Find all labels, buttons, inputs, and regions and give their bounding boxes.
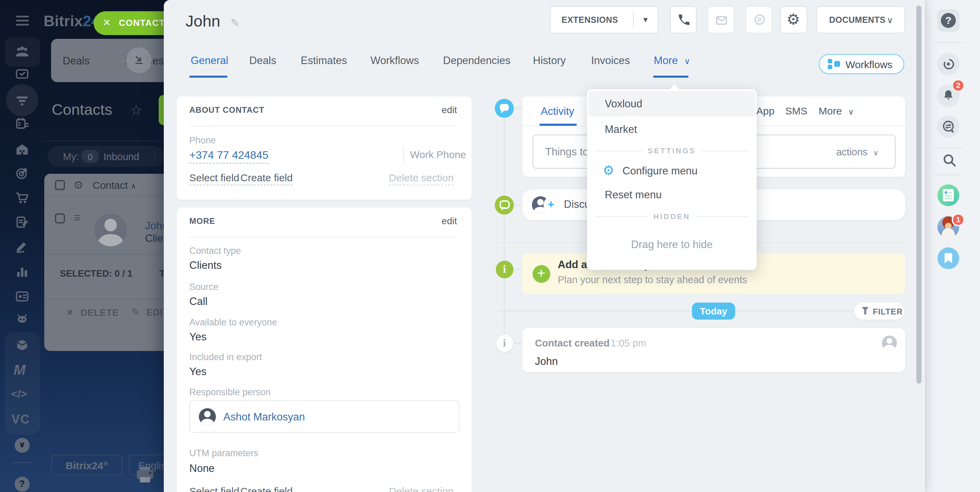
chevron-down-icon: ∨ [873, 149, 878, 157]
search-button[interactable] [942, 153, 957, 168]
timeline-info-icon-green: i [496, 260, 514, 278]
extensions-button[interactable]: EXTENSIONS ▾ [550, 6, 658, 34]
responsible-avatar [199, 408, 216, 425]
timeline-info-icon-white: i [496, 335, 513, 352]
filter-button[interactable]: FILTER [854, 303, 904, 319]
bookmark-icon [945, 253, 952, 264]
more-card: MORE edit Contact type Clients Source Ca… [177, 208, 472, 492]
event-avatar [882, 335, 897, 351]
tab-workflows[interactable]: Workflows [371, 54, 419, 67]
more-dropdown-menu: Voxloud Market SETTINGS ⚙ Configure menu… [587, 89, 757, 270]
menu-item-voxloud[interactable]: Voxloud [589, 91, 755, 117]
extensions-caret-icon: ▾ [643, 14, 648, 25]
workflow-icon [828, 59, 842, 70]
tab-history[interactable]: History [533, 54, 566, 67]
event-body: John [535, 355, 558, 367]
more-card-title: MORE [189, 216, 215, 226]
slider-scrollbar[interactable] [916, 5, 921, 383]
more-edit-link[interactable]: edit [442, 216, 457, 227]
search-icon [942, 153, 957, 168]
tab-general[interactable]: General [191, 54, 228, 67]
menu-item-configure[interactable]: ⚙ Configure menu [587, 161, 757, 181]
contact-title: John [186, 11, 220, 30]
notifications-badge: 2 [952, 79, 965, 92]
field-label: Available to everyone [189, 317, 277, 328]
about-delete-section[interactable]: Delete section [389, 172, 453, 185]
saved-button[interactable] [937, 248, 959, 269]
event-time: 1:05 pm [611, 338, 646, 349]
documents-chevron-icon: ∨ [887, 15, 893, 26]
about-contact-card: ABOUT CONTACT edit Phone +374 77 424845 … [177, 96, 472, 200]
timeline-discussion-icon [495, 196, 514, 215]
tab-invoices[interactable]: Invoices [591, 54, 630, 67]
field-value: Yes [189, 331, 207, 343]
chat-button[interactable] [746, 6, 772, 34]
mail-icon [715, 14, 728, 27]
event-title: Contact created [535, 338, 609, 349]
field-label: Contact type [189, 246, 241, 256]
tab-sms[interactable]: SMS [785, 105, 807, 117]
workflows-pill-button[interactable]: Workflows [819, 54, 904, 74]
field-value: Call [189, 296, 207, 308]
menu-item-reset[interactable]: Reset menu [605, 189, 662, 201]
contact-slider: John ✎ EXTENSIONS ▾ ⚙ [164, 0, 925, 492]
add-activity-plus-icon[interactable]: + [533, 265, 550, 283]
gear-icon: ⚙ [787, 11, 800, 28]
settings-button[interactable]: ⚙ [780, 6, 807, 34]
more-chevron-icon: ∨ [684, 57, 690, 66]
about-edit-link[interactable]: edit [442, 105, 457, 115]
help-button[interactable]: ? [937, 9, 959, 32]
documents-button[interactable]: DOCUMENTS ∨ [816, 6, 905, 34]
field-label: Source [189, 282, 219, 292]
about-card-title: ABOUT CONTACT [189, 105, 264, 115]
news-icon [943, 189, 954, 201]
call-button[interactable] [670, 6, 697, 34]
email-button[interactable] [708, 6, 734, 34]
tab-dependencies[interactable]: Dependencies [443, 54, 511, 67]
about-select-field[interactable]: Select field [189, 172, 239, 185]
configure-gear-icon: ⚙ [603, 163, 614, 178]
menu-drag-hint: Drag here to hide [587, 238, 757, 251]
today-pill[interactable]: Today [692, 303, 735, 319]
tab-deals[interactable]: Deals [249, 54, 276, 67]
copilot-button[interactable] [937, 53, 959, 75]
question-icon: ? [945, 14, 951, 26]
field-value: Yes [189, 366, 207, 378]
timeline-comment-icon [495, 99, 514, 118]
tab-app[interactable]: App [756, 105, 774, 117]
menu-section-hidden: HIDDEN [595, 212, 749, 221]
messenger-badge: 1 [952, 213, 965, 226]
news-button[interactable] [937, 184, 959, 206]
phone-value-link[interactable]: +374 77 424845 [189, 149, 268, 163]
bell-icon [942, 89, 955, 102]
responsible-label: Responsible person [189, 387, 271, 398]
utm-label: UTM parameters [189, 448, 258, 458]
menu-section-settings: SETTINGS [595, 147, 749, 155]
responsible-person-box[interactable]: Ashot Markosyan [189, 400, 459, 433]
about-create-field[interactable]: Create field [240, 172, 293, 185]
menu-item-market[interactable]: Market [605, 123, 637, 136]
messenger-button[interactable] [937, 115, 959, 138]
chat-icon [753, 13, 767, 27]
responsible-name-link[interactable]: Ashot Markosyan [223, 411, 305, 423]
screen: Bitrix24 Deals Invoices Contacts ☆ My: 0… [0, 0, 980, 492]
composer-actions[interactable]: actions ∨ [836, 147, 878, 158]
tab-activity[interactable]: Activity [541, 105, 574, 118]
phone-icon [678, 13, 690, 26]
tab-activity-more[interactable]: More ∨ [819, 105, 854, 117]
banner-subtitle: Plan your next step to stay ahead of eve… [558, 274, 747, 286]
more-select-field[interactable]: Select field [189, 486, 239, 492]
add-participant-icon[interactable]: + [544, 197, 559, 212]
phone-label: Phone [189, 135, 216, 146]
rename-icon[interactable]: ✎ [231, 16, 240, 29]
close-icon: × [103, 15, 110, 30]
more-create-field[interactable]: Create field [240, 486, 293, 492]
tab-more[interactable]: More ∨ [654, 54, 690, 67]
contact-created-card[interactable]: Contact created 1:05 pm John [522, 328, 905, 372]
field-label: Included in export [189, 352, 262, 363]
more-delete-section[interactable]: Delete section [389, 486, 453, 492]
phone-type[interactable]: Work Phone [410, 149, 466, 160]
tab-estimates[interactable]: Estimates [301, 54, 347, 67]
copilot-icon [942, 57, 955, 71]
close-slider-pill[interactable]: × CONTACT [94, 11, 175, 35]
